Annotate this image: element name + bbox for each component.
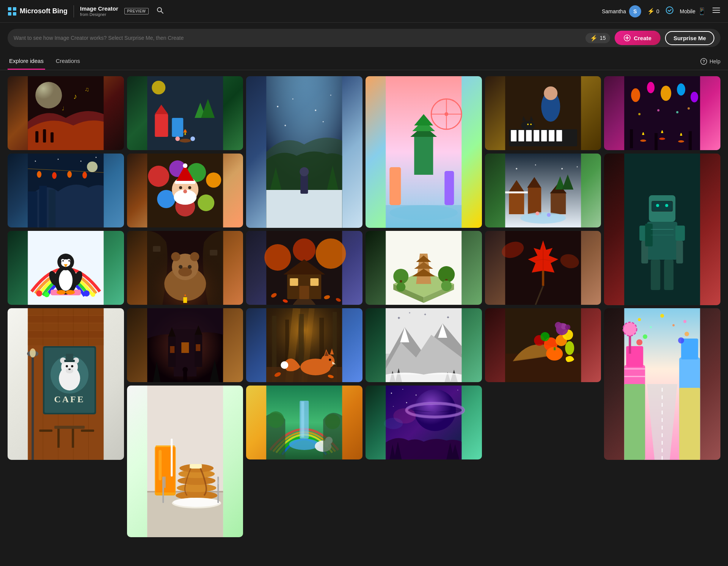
svg-rect-83 bbox=[689, 131, 692, 150]
search-icon[interactable] bbox=[156, 6, 164, 16]
svg-point-303 bbox=[565, 325, 570, 330]
svg-point-168 bbox=[83, 290, 89, 296]
tabs: Explore ideas Creations bbox=[8, 53, 91, 70]
gallery-item[interactable] bbox=[127, 76, 243, 150]
svg-point-277 bbox=[329, 359, 331, 361]
hamburger-icon[interactable] bbox=[712, 6, 720, 16]
create-button[interactable]: Create bbox=[615, 31, 661, 45]
svg-point-99 bbox=[80, 161, 82, 162]
gallery-item[interactable] bbox=[604, 154, 720, 305]
gallery-item[interactable] bbox=[604, 76, 720, 150]
svg-line-5 bbox=[161, 11, 163, 14]
svg-rect-144 bbox=[651, 260, 661, 290]
svg-text:♩: ♩ bbox=[62, 105, 64, 111]
avatar[interactable]: S bbox=[629, 5, 641, 17]
gallery-item[interactable] bbox=[8, 231, 124, 305]
svg-rect-320 bbox=[679, 388, 700, 460]
search-bar-wrapper: ⚡ 15 Create Surprise Me bbox=[8, 29, 720, 47]
gallery-item[interactable] bbox=[366, 231, 482, 305]
gallery-item[interactable] bbox=[366, 76, 482, 228]
svg-point-167 bbox=[44, 292, 49, 297]
help-section[interactable]: ? Help bbox=[700, 58, 720, 65]
svg-point-272 bbox=[321, 354, 335, 368]
svg-rect-145 bbox=[664, 260, 674, 290]
gallery-item[interactable]: ♪ ♫ ♩ bbox=[8, 76, 124, 150]
svg-rect-306 bbox=[554, 347, 555, 350]
svg-point-103 bbox=[148, 166, 169, 187]
svg-text:♫: ♫ bbox=[85, 86, 89, 93]
gallery-item[interactable] bbox=[127, 386, 243, 537]
svg-rect-221 bbox=[28, 331, 104, 338]
svg-point-97 bbox=[35, 161, 36, 162]
gallery-item[interactable] bbox=[127, 308, 243, 382]
surprise-label: Surprise Me bbox=[673, 35, 706, 41]
svg-text:♪: ♪ bbox=[73, 92, 77, 100]
svg-rect-218 bbox=[28, 308, 104, 315]
gallery-item[interactable] bbox=[246, 308, 362, 382]
bing-logo[interactable]: Microsoft Bing bbox=[8, 7, 67, 16]
svg-rect-219 bbox=[28, 316, 104, 323]
gallery-item[interactable] bbox=[127, 154, 243, 227]
svg-point-326 bbox=[650, 326, 652, 328]
svg-point-128 bbox=[520, 212, 566, 224]
svg-point-86 bbox=[676, 111, 679, 113]
surprise-button[interactable]: Surprise Me bbox=[665, 31, 714, 45]
coin-count: 0 bbox=[656, 8, 659, 14]
svg-rect-55 bbox=[444, 171, 454, 205]
search-input[interactable] bbox=[14, 35, 581, 41]
svg-point-79 bbox=[659, 138, 665, 140]
search-bar-section: ⚡ 15 Create Surprise Me bbox=[0, 23, 728, 53]
gallery-item[interactable] bbox=[127, 231, 243, 305]
svg-rect-212 bbox=[542, 271, 544, 286]
svg-rect-15 bbox=[35, 131, 38, 143]
svg-rect-190 bbox=[311, 278, 319, 286]
svg-point-116 bbox=[188, 186, 191, 189]
gallery-item[interactable]: ✦ ✦ ✦ ✦ bbox=[366, 308, 482, 382]
gallery-item[interactable] bbox=[366, 386, 482, 459]
rewards-icon[interactable] bbox=[665, 6, 674, 16]
svg-point-166 bbox=[36, 290, 42, 296]
mobile-section[interactable]: Mobile 📱 bbox=[680, 7, 706, 16]
gallery-item[interactable]: CAFE bbox=[8, 308, 124, 460]
tab-explore[interactable]: Explore ideas bbox=[8, 53, 45, 70]
svg-rect-248 bbox=[81, 430, 94, 432]
gallery-item[interactable] bbox=[246, 76, 362, 228]
svg-point-28 bbox=[179, 139, 191, 143]
svg-point-327 bbox=[673, 324, 675, 326]
svg-rect-245 bbox=[57, 429, 60, 448]
svg-point-36 bbox=[292, 99, 293, 100]
svg-text:?: ? bbox=[703, 59, 705, 64]
svg-point-37 bbox=[315, 110, 317, 111]
svg-point-77 bbox=[691, 92, 698, 102]
gallery-item[interactable] bbox=[485, 308, 601, 382]
gallery-item[interactable] bbox=[8, 154, 124, 227]
create-icon bbox=[624, 34, 631, 41]
svg-point-66 bbox=[544, 86, 557, 100]
svg-point-309 bbox=[540, 332, 549, 341]
svg-point-6 bbox=[666, 7, 673, 14]
svg-point-100 bbox=[96, 157, 97, 158]
svg-rect-124 bbox=[551, 193, 566, 214]
gallery-item[interactable] bbox=[485, 231, 601, 305]
svg-rect-338 bbox=[158, 450, 162, 480]
gallery-container: ♪ ♫ ♩ bbox=[0, 73, 728, 541]
help-icon: ? bbox=[700, 58, 707, 65]
tab-creations[interactable]: Creations bbox=[54, 53, 82, 70]
mobile-label: Mobile bbox=[680, 8, 695, 14]
gallery-item[interactable] bbox=[485, 76, 601, 150]
svg-point-73 bbox=[631, 88, 640, 102]
svg-rect-189 bbox=[290, 278, 298, 286]
svg-rect-258 bbox=[196, 344, 200, 351]
svg-point-354 bbox=[289, 439, 320, 450]
svg-rect-141 bbox=[676, 226, 685, 241]
svg-rect-119 bbox=[509, 191, 524, 214]
svg-point-358 bbox=[268, 411, 284, 428]
svg-point-329 bbox=[643, 334, 648, 339]
gallery-item[interactable] bbox=[485, 154, 601, 227]
svg-point-39 bbox=[285, 125, 286, 126]
svg-point-347 bbox=[173, 498, 220, 507]
gallery-item[interactable] bbox=[246, 231, 362, 305]
svg-point-174 bbox=[171, 252, 180, 261]
gallery-item[interactable] bbox=[246, 386, 362, 459]
gallery-item[interactable] bbox=[604, 308, 720, 460]
